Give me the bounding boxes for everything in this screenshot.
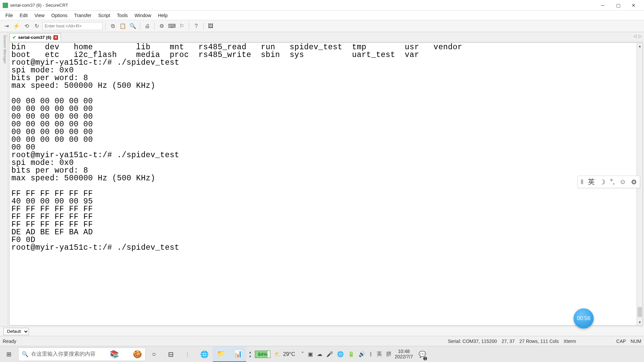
- terminal-output[interactable]: bin dev home lib mnt rs485_read run spid…: [9, 43, 637, 325]
- quick-connect-icon[interactable]: ⚡: [12, 22, 21, 31]
- paste-icon[interactable]: 📋: [118, 22, 127, 31]
- ime-punct-icon[interactable]: °,: [610, 178, 615, 186]
- notification-center-icon[interactable]: 💬1: [416, 346, 428, 362]
- scheme-select[interactable]: Default: [3, 328, 29, 335]
- minimize-button[interactable]: ─: [595, 0, 610, 10]
- search-placeholder: 在这里输入你要搜索的内容: [31, 351, 96, 358]
- search-emoji-books-icon: 📚: [110, 350, 119, 359]
- ime-emoji-icon[interactable]: ☺: [620, 178, 626, 186]
- scroll-down-icon[interactable]: ▼: [637, 319, 643, 325]
- weather-temp: 29°C: [283, 351, 295, 357]
- separator: [154, 22, 155, 30]
- separator: [105, 22, 106, 30]
- ime-lang[interactable]: 英: [588, 177, 595, 186]
- close-button[interactable]: ✕: [626, 0, 641, 10]
- weather-widget[interactable]: ⛅ 29°C: [274, 351, 295, 357]
- battery-indicator[interactable]: 84%: [254, 346, 271, 362]
- taskbar-clock[interactable]: 10:48 2022/7/7: [395, 349, 413, 359]
- menu-file[interactable]: File: [2, 11, 16, 19]
- tab-next-icon[interactable]: ▷: [639, 34, 642, 39]
- spinner-icon[interactable]: ▴▾: [246, 350, 254, 359]
- tab-label: serial-com37 (6): [18, 35, 51, 40]
- separator: |: [179, 346, 196, 362]
- status-cursor-pos: 27, 37: [502, 339, 515, 344]
- status-bar: Ready Serial: COM37, 115200 27, 37 27 Ro…: [0, 336, 644, 346]
- menu-tools[interactable]: Tools: [113, 11, 131, 19]
- find-icon[interactable]: 🔍: [128, 22, 137, 31]
- task-view-icon[interactable]: ⊟: [162, 346, 179, 362]
- menu-edit[interactable]: Edit: [16, 11, 31, 19]
- connect-icon[interactable]: ⇥: [2, 22, 11, 31]
- tray-app-icon[interactable]: ▣: [308, 351, 313, 357]
- copy-icon[interactable]: ⧉: [108, 22, 117, 31]
- ime-divider-icon: ⦀: [581, 178, 583, 186]
- separator: [203, 22, 204, 30]
- ime-settings-icon[interactable]: ⚙: [631, 178, 637, 186]
- menu-options[interactable]: Options: [48, 11, 71, 19]
- clock-time: 10:48: [395, 349, 413, 354]
- toolbar: ⇥ ⚡ ⟲ ↻ ⧉ 📋 🔍 🖨 ⚙ ⌨ ⚐ ? 🖼: [0, 20, 644, 32]
- screenshot-icon[interactable]: 🖼: [206, 22, 215, 31]
- session-options-icon[interactable]: ⌨: [167, 22, 176, 31]
- tab-close-icon[interactable]: ✕: [53, 35, 58, 40]
- scheme-bar: Default: [0, 326, 644, 336]
- app-icon: [3, 3, 8, 8]
- help-icon[interactable]: ?: [192, 22, 201, 31]
- content-column: ✔ serial-com37 (6) ✕ ◁ ▷ bin dev home li…: [8, 32, 644, 326]
- menu-script[interactable]: Script: [95, 11, 114, 19]
- window-title: serial-com37 (6) - SecureCRT: [10, 3, 595, 8]
- menu-bar: File Edit View Options Transfer Script T…: [0, 11, 644, 20]
- status-caps: CAP: [616, 339, 626, 344]
- tray-volume-icon[interactable]: 🔊: [359, 351, 365, 357]
- start-button[interactable]: ⊞: [0, 346, 17, 362]
- scroll-thumb[interactable]: [638, 307, 642, 317]
- recording-timer[interactable]: 00:56: [574, 308, 594, 328]
- status-serial: Serial: COM37, 115200: [448, 339, 497, 344]
- tray-onedrive-icon[interactable]: ☁: [317, 351, 322, 357]
- maximize-button[interactable]: ▢: [610, 0, 626, 10]
- tab-nav: ◁ ▷: [633, 34, 642, 39]
- menu-view[interactable]: View: [31, 11, 48, 19]
- session-manager-tab[interactable]: Session Manager: [0, 32, 8, 326]
- tab-prev-icon[interactable]: ◁: [633, 34, 637, 39]
- reconnect-icon[interactable]: ⟲: [22, 22, 31, 31]
- terminal-container: bin dev home lib mnt rs485_read run spid…: [9, 42, 643, 326]
- clock-date: 2022/7/7: [395, 354, 413, 359]
- taskbar: ⊞ 🔍 在这里输入你要搜索的内容 📚 🍪 ○ ⊟ | 🌐 📁 📊 ▴▾ 84% …: [0, 346, 644, 362]
- tray-ime-mode[interactable]: 拼: [386, 351, 391, 358]
- tray-network-icon[interactable]: 🌐: [337, 351, 344, 357]
- tray-bluetooth-icon[interactable]: ᛒ: [369, 351, 373, 357]
- reconnect-all-icon[interactable]: ↻: [32, 22, 41, 31]
- ime-moon-icon[interactable]: ☽: [599, 178, 605, 186]
- tray-ime-lang[interactable]: 英: [377, 351, 382, 358]
- connected-icon: ✔: [12, 35, 16, 40]
- menu-help[interactable]: Help: [155, 11, 171, 19]
- system-tray: ˄ ▣ ☁ 🎤 🌐 🔋 🔊 ᛒ 英 拼: [301, 351, 391, 358]
- tab-strip: ✔ serial-com37 (6) ✕ ◁ ▷: [8, 32, 644, 42]
- search-emoji-cookie-icon: 🍪: [133, 350, 142, 359]
- cortana-icon[interactable]: ○: [146, 346, 162, 362]
- tray-mic-icon[interactable]: 🎤: [326, 351, 333, 357]
- task-icons: ○ ⊟ | 🌐 📁 📊 ▴▾ 84%: [146, 346, 271, 362]
- securecrt-taskbar-icon[interactable]: 📊: [229, 346, 246, 362]
- menu-transfer[interactable]: Transfer: [71, 11, 95, 19]
- menu-window[interactable]: Window: [131, 11, 155, 19]
- ime-toolbar[interactable]: ⦀ 英 ☽ °, ☺ ⚙: [578, 176, 640, 188]
- session-tab[interactable]: ✔ serial-com37 (6) ✕: [9, 33, 61, 41]
- edge-icon[interactable]: 🌐: [196, 346, 213, 362]
- search-icon: 🔍: [22, 351, 29, 357]
- status-size: 27 Rows, 111 Cols: [519, 339, 559, 344]
- tray-chevron-icon[interactable]: ˄: [301, 351, 304, 357]
- print-icon[interactable]: 🖨: [143, 22, 152, 31]
- scroll-up-icon[interactable]: ▲: [637, 43, 643, 49]
- status-term: Xterm: [564, 339, 576, 344]
- host-input[interactable]: [42, 22, 103, 30]
- hint-icon[interactable]: ⚐: [177, 22, 186, 31]
- tray-power-icon[interactable]: 🔋: [348, 351, 355, 357]
- taskbar-search[interactable]: 🔍 在这里输入你要搜索的内容 📚 🍪: [18, 348, 146, 361]
- title-bar: serial-com37 (6) - SecureCRT ─ ▢ ✕: [0, 0, 644, 11]
- weather-icon: ⛅: [274, 351, 281, 357]
- status-ready: Ready: [3, 339, 16, 344]
- explorer-icon[interactable]: 📁: [213, 346, 229, 362]
- settings-icon[interactable]: ⚙: [157, 22, 166, 31]
